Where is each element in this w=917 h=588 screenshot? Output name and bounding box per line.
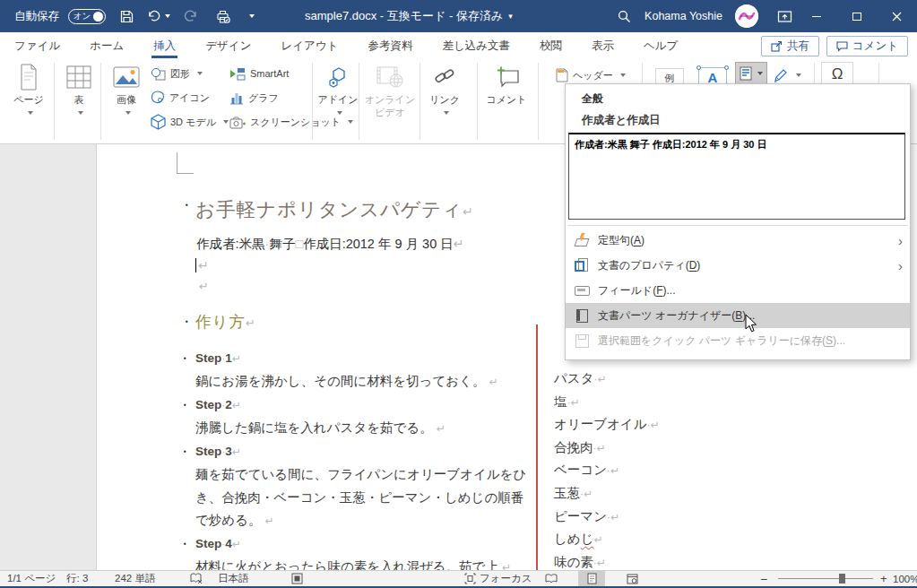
outline-bullet: ▪ xyxy=(186,318,188,325)
focus-mode-button[interactable]: フォーカス xyxy=(464,571,532,586)
zoom-out-button[interactable]: − xyxy=(760,571,767,586)
step: ▪ Step·4↵ 材料に火がとおったら味の素を入れ混ぜる。茹で上 ↵ xyxy=(184,532,542,570)
table-caret-icon xyxy=(78,111,83,115)
page-indicator[interactable]: 1/1 ページ xyxy=(7,571,56,586)
3d-models-button[interactable]: 3D モデル xyxy=(151,111,229,133)
line-indicator[interactable]: 行: 3 xyxy=(66,571,88,586)
user-name[interactable]: Kohama Yoshie xyxy=(644,10,722,22)
howto-heading: 作り方↵ xyxy=(195,311,256,333)
document-title[interactable]: sample7.docx - 互換モード - 保存済み ▾ xyxy=(305,0,513,32)
minimize-button[interactable] xyxy=(796,0,836,32)
macro-recorder-icon[interactable] xyxy=(291,571,303,586)
ribbon-tab[interactable]: レイアウト xyxy=(279,33,340,58)
paragraph-mark: ↵ xyxy=(199,280,209,293)
ingredient-text: ベーコン xyxy=(554,463,607,477)
zoom-slider-thumb[interactable] xyxy=(839,574,845,584)
search-icon[interactable] xyxy=(612,4,636,28)
step-text: 鍋にお湯を沸かし、その間に材料を切っておく。 ↵ xyxy=(184,370,536,393)
zoom-level[interactable]: 100% xyxy=(893,571,917,586)
link-button[interactable]: リンク xyxy=(425,62,464,119)
icons-button[interactable]: アイコン xyxy=(151,87,210,108)
ingredient-item: ピーマン·↵ xyxy=(554,506,660,529)
step-label: Step·3 xyxy=(195,445,232,458)
zoom-slider-track[interactable] xyxy=(778,578,873,579)
paragraph-mark: ↵ xyxy=(246,316,256,330)
step-heading: ▪ Step·3↵ xyxy=(184,440,542,463)
menu-item[interactable]: 定型句(A) › xyxy=(566,228,910,253)
proofing-error-icon[interactable] xyxy=(190,571,203,586)
quick-parts-button[interactable] xyxy=(735,62,767,85)
read-mode-button[interactable] xyxy=(538,571,565,586)
web-layout-button[interactable] xyxy=(619,571,645,586)
save-icon[interactable] xyxy=(115,4,138,28)
ribbon-tab[interactable]: ファイル xyxy=(13,33,62,58)
paragraph-mark: ↵ xyxy=(198,258,209,272)
ribbon-display-options-icon[interactable] xyxy=(773,4,796,28)
howto-heading-text: 作り方 xyxy=(195,313,246,331)
picture-button[interactable]: 画像 xyxy=(106,62,147,119)
close-button[interactable] xyxy=(877,0,917,32)
autosave-toggle[interactable]: オン xyxy=(68,9,106,24)
paragraph-mark: ↵ xyxy=(463,204,474,219)
ingredient-text: しめじ xyxy=(554,532,594,546)
autotext-icon xyxy=(575,233,589,247)
ribbon-tab[interactable]: 校閲 xyxy=(538,33,564,58)
online-video-button[interactable]: オンライン ビデオ xyxy=(364,62,416,119)
gallery-entry-title: 作成者と作成日 xyxy=(582,113,661,128)
menu-separator xyxy=(567,225,908,226)
language-indicator[interactable]: 日本語 xyxy=(218,571,249,586)
chart-button[interactable]: グラフ xyxy=(229,87,279,108)
ingredient-item: 玉葱·↵ xyxy=(554,482,660,506)
ribbon-tab[interactable]: 表示 xyxy=(590,33,616,58)
comment-button[interactable]: コメント xyxy=(484,62,529,107)
ribbon-tab[interactable]: 参考資料 xyxy=(366,33,414,58)
ribbon-tab[interactable]: ホーム xyxy=(88,33,125,58)
word-count[interactable]: 242 単語 xyxy=(115,571,155,586)
ingredient-text: オリーブオイル xyxy=(554,417,647,431)
zoom-in-button[interactable]: + xyxy=(880,571,887,586)
picture-icon xyxy=(106,62,147,92)
maximize-button[interactable] xyxy=(836,0,877,32)
redo-icon[interactable] xyxy=(179,4,203,28)
step-heading: ▪ Step·2↵ xyxy=(184,393,542,417)
print-layout-button[interactable] xyxy=(578,571,605,586)
title-dropdown-caret-icon: ▾ xyxy=(508,12,513,21)
ribbon-tab[interactable]: 差し込み文書 xyxy=(440,33,512,58)
share-button[interactable]: 共有 xyxy=(761,36,819,56)
3d-models-caret-icon xyxy=(223,120,229,124)
paragraph-mark: ↵ xyxy=(597,442,606,454)
margin-crop-mark xyxy=(177,152,194,174)
ribbon-tab[interactable]: 挿入 xyxy=(151,33,177,58)
gallery-entry-preview[interactable]: 作成者:米黒 舞子 作成日:2012 年 9 月 30 日 xyxy=(568,133,905,220)
menu-item[interactable]: フィールド(F)... › xyxy=(566,278,910,303)
smartart-button[interactable]: SmartArt xyxy=(229,63,289,84)
ingredient-text: 味の素 xyxy=(554,555,593,569)
ingredient-item: 塩·↵ xyxy=(554,391,660,414)
link-label: リンク xyxy=(429,94,460,105)
document-title-text: sample7.docx - 互換モード - 保存済み xyxy=(305,8,503,24)
quick-access-overflow-icon[interactable] xyxy=(249,14,255,18)
autosave-label: 自動保存 xyxy=(14,9,59,24)
menu-item[interactable]: 文書のプロパティ(D) › xyxy=(566,253,910,278)
ribbon-tab[interactable]: ヘルプ xyxy=(642,33,679,58)
recipe-title-text: お手軽ナポリタンスパゲティ xyxy=(195,199,463,220)
quick-parts-menu: 全般 作成者と作成日 作成者:米黒 舞子 作成日:2012 年 9 月 30 日… xyxy=(565,83,911,360)
addins-button[interactable]: アドイン xyxy=(317,62,359,119)
undo-icon[interactable] xyxy=(147,4,170,28)
table-button[interactable]: 表 xyxy=(59,62,99,119)
print-preview-icon[interactable] xyxy=(212,4,235,28)
avatar[interactable] xyxy=(735,4,758,28)
pages-button[interactable]: ページ xyxy=(5,62,52,119)
outline-bullet: ▪ xyxy=(184,540,186,548)
3d-models-label: 3D モデル xyxy=(170,116,216,129)
addins-caret-icon xyxy=(337,111,342,115)
smartart-label: SmartArt xyxy=(250,68,289,79)
paragraph-mark: ↵ xyxy=(232,538,241,550)
shapes-button[interactable]: 図形 xyxy=(151,63,203,84)
ribbon-tab[interactable]: デザイン xyxy=(203,33,253,58)
comments-button[interactable]: コメント xyxy=(826,36,908,56)
menu-item[interactable]: 選択範囲をクイック パーツ ギャラリーに保存(S)... › xyxy=(566,328,910,353)
building-blocks-organizer-icon xyxy=(575,308,589,323)
menu-item[interactable]: 文書パーツ オーガナイザー(B)... › xyxy=(566,303,910,328)
shapes-caret-icon xyxy=(197,72,203,75)
